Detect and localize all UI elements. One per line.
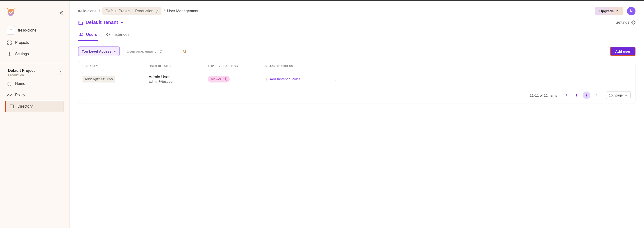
upgrade-button[interactable]: Upgrade [595,7,623,15]
tenant-settings-button[interactable]: Settings [616,20,636,25]
users-icon [79,33,84,37]
workspace-name: trello-clone [18,28,36,33]
pagination-page-2[interactable]: 2 [583,91,590,99]
sidebar-item-label: Directory [18,104,33,108]
svg-point-14 [82,33,83,35]
add-user-button[interactable]: Add user [610,47,636,56]
sidebar-item-projects[interactable]: Projects [0,37,69,48]
column-header-user-key: USER KEY [82,64,149,68]
sidebar-item-label: Projects [15,41,29,45]
svg-rect-1 [10,41,11,42]
breadcrumb: trello-clone / Default Project : Product… [78,7,198,15]
pagination: 1 2 [563,91,600,99]
app-logo[interactable] [6,8,16,18]
users-table: USER KEY USER DETAILS TOP LEVEL ACCESS I… [78,61,636,104]
breadcrumb-page: User Management [167,9,198,13]
sidebar-item-label: Home [15,81,25,86]
svg-point-4 [9,54,10,55]
chevron-down-icon [624,94,628,97]
policy-icon [7,93,12,97]
command-icon [223,77,226,81]
user-email: admin@test.com [149,79,208,83]
chevron-left-icon [566,94,568,97]
tenant-selector[interactable]: Default Tenant [78,20,124,25]
user-avatar[interactable]: N [627,7,636,15]
user-name: Admin User [149,75,208,79]
gear-icon [7,52,12,56]
svg-rect-2 [8,43,9,45]
external-link-icon [616,10,619,13]
pagination-next[interactable] [593,91,600,99]
pagination-prev[interactable] [563,91,570,99]
unfold-icon [59,71,62,75]
sidebar-item-settings[interactable]: Settings [0,48,69,60]
table-row: admin@test.com Admin User admin@test.com… [78,71,635,87]
chevron-double-left-icon [59,11,64,15]
svg-point-17 [336,77,336,78]
page-size-selector[interactable]: 10 / page [606,91,630,99]
tab-instances[interactable]: Instances [105,30,130,41]
grid-icon [7,40,12,45]
svg-rect-3 [10,43,11,45]
svg-point-19 [336,80,336,81]
gear-icon [631,20,636,25]
workspace-badge: T [6,26,15,35]
add-instance-roles-button[interactable]: Add Instance Roles [264,77,336,81]
sidebar-item-label: Settings [15,52,29,56]
project-environment: Production [8,73,35,77]
access-filter-dropdown[interactable]: Top Level Access [78,46,120,56]
svg-rect-9 [81,22,82,24]
search-input[interactable] [123,47,189,56]
user-key: admin@test.com [82,76,115,82]
sidebar-item-directory[interactable]: Directory [5,101,64,112]
svg-point-13 [80,33,81,35]
sidebar-item-policy[interactable]: Policy [0,89,69,101]
svg-rect-0 [8,41,9,42]
column-header-user-details: USER DETAILS [149,64,208,68]
workspace-selector[interactable]: T trello-clone [0,24,69,37]
chevron-down-icon [120,21,124,24]
breadcrumb-separator: / [164,9,165,13]
breadcrumb-separator: / [99,9,100,13]
kebab-icon [336,77,336,81]
directory-icon [10,104,14,109]
home-icon [7,81,12,86]
main-content: trello-clone / Default Project : Product… [70,1,644,228]
sidebar-item-home[interactable]: Home [0,78,69,89]
unfold-icon [155,9,158,13]
search-icon [183,50,186,53]
tabs: Users Instances [78,30,636,41]
chevron-down-icon [113,50,116,53]
plus-icon [264,77,268,81]
sidebar: T trello-clone Projects Settings Default… [0,1,70,228]
breadcrumb-project-pill[interactable]: Default Project : Production [102,7,162,15]
sparkle-icon [106,33,110,37]
svg-point-18 [336,79,336,79]
chevron-right-icon [595,94,598,97]
pagination-info: 11-11 of 11 items [530,93,557,97]
building-icon [78,20,83,25]
column-header-instance-access: INSTANCE ACCESS [264,64,336,68]
svg-point-12 [633,22,634,23]
project-selector[interactable]: Default Project Production [0,68,69,78]
row-actions-menu[interactable] [336,77,350,81]
breadcrumb-workspace[interactable]: trello-clone [78,9,96,13]
collapse-sidebar-button[interactable] [59,11,64,15]
role-badge[interactable]: viewer [208,76,230,82]
tab-users[interactable]: Users [78,30,98,41]
logo-icon [6,8,16,18]
svg-rect-5 [10,105,14,108]
column-header-top-level-access: TOP LEVEL ACCESS [208,64,264,68]
sidebar-item-label: Policy [15,93,25,97]
svg-line-16 [185,52,186,53]
pagination-page-1[interactable]: 1 [573,91,580,99]
project-name: Default Project [8,68,35,73]
